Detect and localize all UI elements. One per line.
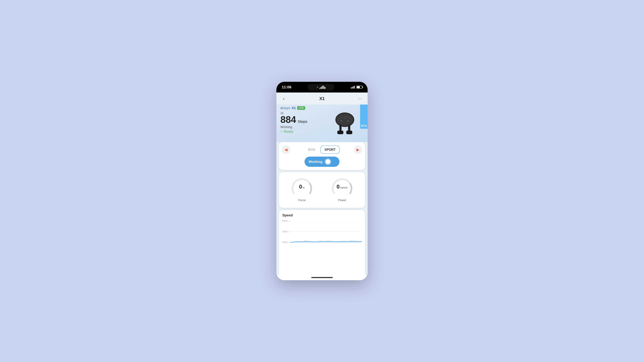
metrics-card: 0 % Force: [279, 172, 365, 208]
app-content: ‹ X1 ··· dnsys X1 LITE 1k: [276, 92, 368, 280]
more-button[interactable]: ···: [357, 95, 364, 102]
toggle-label: Working: [308, 160, 322, 164]
svg-rect-4: [337, 131, 343, 134]
mode-options: ECO SPORT: [304, 146, 340, 154]
force-value: 0: [299, 184, 302, 189]
right-arrow-icon: ▶: [356, 147, 360, 152]
signal-icon: [351, 86, 355, 88]
camera-icon: [317, 86, 318, 88]
page-title: X1: [319, 96, 324, 101]
battery-percentage: 87%: [361, 124, 367, 128]
chart-label-0ms: 0m/s —: [282, 241, 290, 244]
chart-line-area: [290, 220, 362, 246]
back-arrow-icon: ‹: [283, 96, 284, 101]
status-center-island: [308, 84, 334, 90]
force-label: Force: [298, 198, 306, 202]
svg-rect-5: [346, 131, 352, 134]
svg-point-7: [347, 120, 349, 122]
speed-title: Speed: [282, 213, 362, 217]
device-image: [332, 107, 358, 139]
chart-label-6ms: 6m/s —: [282, 220, 290, 222]
ready-text: Ready: [284, 130, 293, 133]
back-button[interactable]: ‹: [280, 95, 287, 102]
power-label: Power: [338, 198, 346, 202]
working-toggle-button[interactable]: Working: [304, 157, 340, 167]
gauges-row: 0 % Force: [282, 176, 362, 202]
force-gauge: 0 %: [291, 176, 312, 197]
toggle-knob-outer: [324, 158, 332, 165]
mode-row: ◀ ECO SPORT ▶: [282, 145, 362, 154]
steps-unit: Steps: [298, 119, 308, 124]
speed-line-svg: [290, 220, 362, 246]
helmet-svg: [333, 109, 357, 138]
power-value-area: 0 cal/min: [336, 184, 348, 189]
chart-y-labels: 6m/s — 3m/s — 0m/s —: [282, 220, 290, 246]
brand-name: dnsys: [280, 106, 290, 110]
force-value-area: 0 %: [299, 184, 304, 189]
phone-frame: 11:06: [276, 82, 368, 280]
battery-icon: [356, 86, 362, 89]
power-unit: cal/min: [340, 186, 348, 189]
status-bar: 11:06: [276, 82, 368, 92]
control-card: ◀ ECO SPORT ▶ Working: [279, 142, 365, 170]
ready-check-icon: ✓: [280, 130, 283, 133]
power-gauge-wrapper: 0 cal/min Power: [332, 176, 353, 202]
lite-badge: LITE: [297, 106, 305, 110]
brand-model: X1: [292, 106, 296, 110]
speed-chart: 6m/s — 3m/s — 0m/s —: [282, 220, 362, 246]
toggle-row: Working: [282, 157, 362, 167]
left-arrow-icon: ◀: [284, 147, 288, 152]
toggle-knob-inner: [326, 159, 330, 164]
chart-label-3ms: 3m/s —: [282, 230, 290, 233]
power-gauge: 0 cal/min: [332, 176, 353, 197]
speed-section: Speed 6m/s — 3m/s — 0m/s —: [279, 210, 365, 275]
force-gauge-wrapper: 0 % Force: [291, 176, 312, 202]
steps-value: 884: [280, 114, 296, 125]
audio-bars: [320, 85, 326, 89]
mode-eco-button[interactable]: ECO: [304, 146, 319, 153]
svg-point-6: [340, 120, 342, 122]
power-value: 0: [336, 184, 340, 189]
svg-point-1: [336, 113, 353, 126]
header: ‹ X1 ···: [276, 92, 368, 105]
hero-section: dnsys X1 LITE 1k 884 Steps Working ✓ Rea…: [276, 105, 368, 142]
svg-point-8: [344, 118, 346, 119]
home-indicator: [276, 275, 368, 280]
home-bar: [311, 277, 333, 278]
battery-side-indicator: 87%: [360, 105, 368, 129]
scroll-content[interactable]: dnsys X1 LITE 1k 884 Steps Working ✓ Rea…: [276, 105, 368, 280]
more-dots-icon: ···: [358, 96, 362, 101]
status-time: 11:06: [282, 85, 292, 89]
mode-next-button[interactable]: ▶: [354, 145, 362, 154]
mode-sport-button[interactable]: SPORT: [320, 146, 340, 154]
status-right: [351, 86, 362, 89]
force-unit: %: [302, 186, 305, 189]
mode-prev-button[interactable]: ◀: [282, 145, 290, 154]
